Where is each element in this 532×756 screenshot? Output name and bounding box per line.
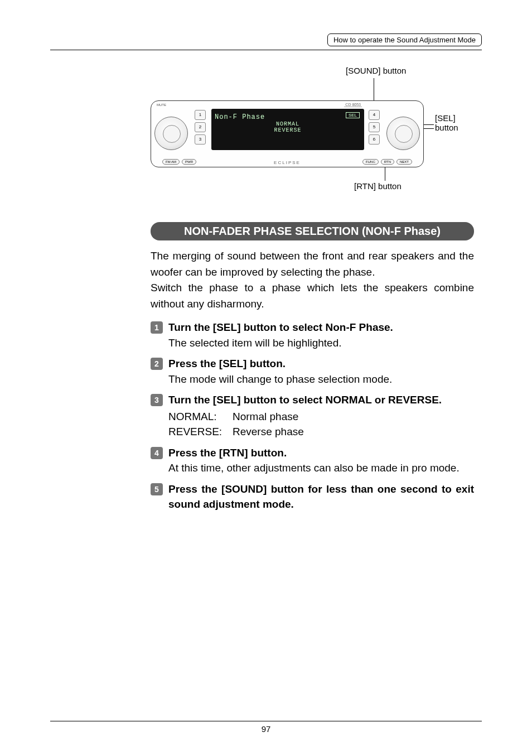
callout-line: [385, 167, 385, 181]
def-term: NORMAL:: [168, 409, 233, 425]
sel-callout-line1: [SEL]: [435, 113, 456, 123]
step-number-icon: 4: [151, 447, 163, 459]
sel-knob-icon: [386, 117, 420, 150]
sound-button-callout: [SOUND] button: [346, 66, 406, 75]
step-number-icon: 1: [151, 321, 163, 334]
step-2: 2 Press the [SEL] button. The mode will …: [151, 356, 474, 387]
section-heading: NON-FADER PHASE SELECTION (NON-F Phase): [151, 222, 474, 240]
device-diagram: [SOUND] button MUTE CD 8053 1 2 3 4 5 6 …: [151, 66, 482, 205]
rtn-button-callout: [RTN] button: [354, 181, 402, 191]
display-line-2: NORMAL: [215, 121, 361, 127]
fm-am-button-icon: FM AM: [162, 159, 180, 165]
display-line-1: Non-F Phase: [215, 113, 361, 121]
display-line-3: REVERSE: [215, 127, 361, 133]
preset-1: 1: [195, 110, 206, 120]
step-description: The mode will change to phase selection …: [168, 372, 474, 387]
step-5: 5 Press the [SOUND] button for less than…: [151, 481, 474, 512]
model-label: CD 8053: [344, 103, 362, 107]
preset-6: 6: [369, 134, 380, 145]
intro-sentence-2: Switch the phase to a phase which lets t…: [151, 282, 474, 310]
definition-normal: NORMAL: Normal phase: [168, 409, 474, 425]
step-number-icon: 3: [151, 394, 163, 406]
volume-knob-icon: [154, 117, 188, 150]
callout-line: [374, 78, 374, 100]
bottom-right-buttons: FUNC RTN NEXT: [362, 159, 412, 165]
footer-rule: [50, 721, 482, 721]
step-1: 1 Turn the [SEL] button to select Non-F …: [151, 320, 474, 350]
step-3: 3 Turn the [SEL] button to select NORMAL…: [151, 392, 474, 440]
def-term: REVERSE:: [168, 424, 233, 440]
rtn-button-icon: RTN: [381, 159, 394, 165]
step-title: Press the [RTN] button.: [168, 445, 474, 461]
step-number-icon: 2: [151, 358, 163, 370]
next-button-icon: NEXT: [396, 159, 412, 165]
step-title: Press the [SEL] button.: [168, 356, 474, 372]
definition-reverse: REVERSE: Reverse phase: [168, 424, 474, 440]
brand-label: ECLIPSE: [274, 160, 301, 165]
step-description: The selected item will be highlighted.: [168, 335, 474, 351]
step-title: Turn the [SEL] button to select Non-F Ph…: [168, 320, 474, 335]
preset-5: 5: [369, 122, 380, 132]
step-4: 4 Press the [RTN] button. At this time, …: [151, 445, 474, 476]
step-title: Turn the [SEL] button to select NORMAL o…: [168, 392, 474, 408]
pwr-button-icon: PWR: [182, 159, 196, 165]
step-number-icon: 5: [151, 483, 163, 495]
mute-label: MUTE: [157, 103, 166, 107]
page-number: 97: [262, 724, 271, 734]
sel-callout-line2: button: [435, 123, 458, 132]
sel-button-callout: [SEL] button: [435, 114, 458, 132]
bottom-left-buttons: FM AM PWR: [162, 159, 196, 165]
preset-buttons-right: 4 5 6: [369, 110, 380, 145]
top-rule: [50, 50, 482, 50]
func-button-icon: FUNC: [362, 159, 379, 165]
def-value: Reverse phase: [233, 424, 304, 440]
breadcrumb: How to operate the Sound Adjustment Mode: [327, 33, 482, 46]
intro-sentence-1: The merging of sound between the front a…: [151, 250, 474, 278]
callout-line: [424, 124, 434, 125]
step-description: At this time, other adjustments can also…: [168, 460, 474, 476]
display-sel-indicator: SEL: [346, 112, 360, 118]
preset-4: 4: [369, 110, 380, 120]
preset-2: 2: [195, 122, 206, 132]
head-unit-illustration: MUTE CD 8053 1 2 3 4 5 6 SEL Non-F Phase…: [151, 100, 424, 167]
intro-paragraph: The merging of sound between the front a…: [151, 248, 474, 312]
lcd-display: SEL Non-F Phase NORMAL REVERSE: [211, 109, 364, 150]
preset-buttons-left: 1 2 3: [195, 110, 206, 145]
step-title: Press the [SOUND] button for less than o…: [168, 481, 474, 512]
callout-line: [424, 128, 434, 129]
preset-3: 3: [195, 134, 206, 145]
def-value: Normal phase: [233, 409, 298, 425]
